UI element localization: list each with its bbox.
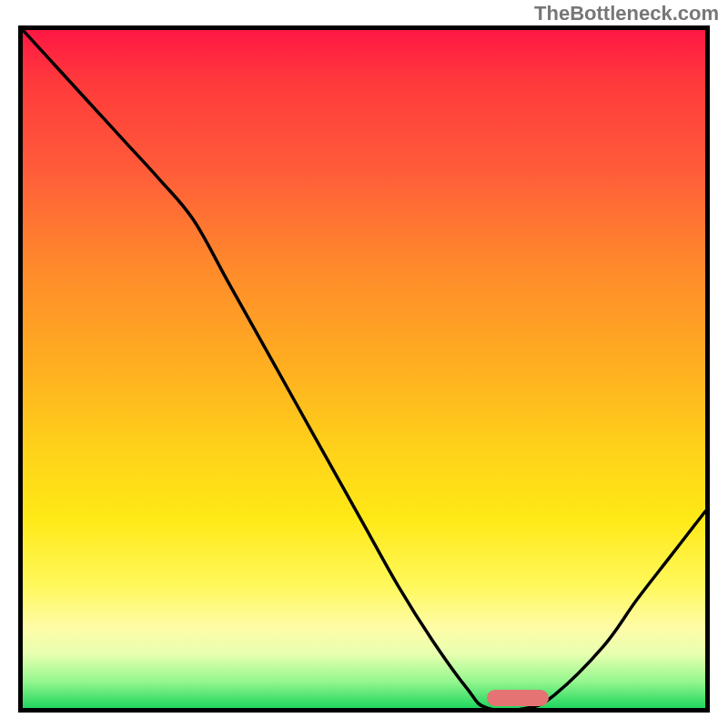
bottleneck-curve xyxy=(23,30,705,708)
plot-area xyxy=(18,25,710,713)
chart-root: TheBottleneck.com xyxy=(0,0,728,728)
watermark-label: TheBottleneck.com xyxy=(534,2,719,25)
optimal-range-marker xyxy=(487,690,549,706)
curve-path xyxy=(23,30,705,708)
